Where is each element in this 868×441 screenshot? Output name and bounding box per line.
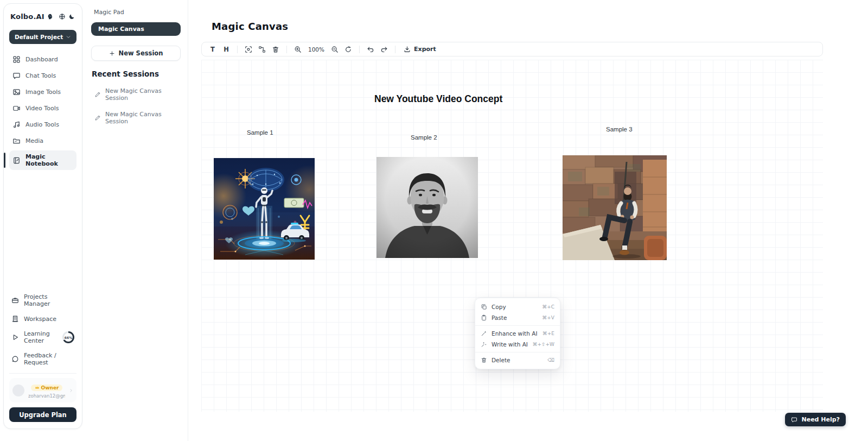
rotate-icon bbox=[344, 46, 352, 53]
plus-icon bbox=[109, 51, 115, 56]
context-menu-write-with-ai[interactable]: Write with AI⌘+⇧+W bbox=[475, 339, 560, 350]
sidebar-item-audio-tools[interactable]: Audio Tools bbox=[9, 118, 76, 131]
building-icon bbox=[11, 315, 19, 323]
chat-icon bbox=[12, 72, 21, 80]
recent-sessions-heading: Recent Sessions bbox=[91, 70, 181, 78]
wand-icon bbox=[481, 330, 487, 337]
canvas-heading[interactable]: New Youtube Video Concept bbox=[374, 93, 502, 105]
dark-mode-button[interactable] bbox=[68, 11, 75, 21]
connector-icon bbox=[258, 46, 266, 53]
menu-item-label: Paste bbox=[492, 314, 507, 321]
sidebar-item-label: Projects Manager bbox=[24, 293, 74, 307]
sidebar-item-label: Dashboard bbox=[25, 56, 58, 63]
recent-session-label: New Magic Canvas Session bbox=[105, 87, 177, 102]
learning-progress-ring: 66% bbox=[62, 331, 74, 343]
sample-3-image[interactable] bbox=[563, 155, 667, 260]
project-selector[interactable]: Default Project bbox=[9, 30, 76, 44]
paste-icon bbox=[481, 314, 487, 321]
shortcut-label: ⌘+C bbox=[542, 304, 554, 310]
toolbar-separator bbox=[359, 46, 360, 53]
context-menu-delete[interactable]: Delete⌫ bbox=[475, 355, 560, 366]
notebook-icon bbox=[12, 156, 21, 165]
sidebar-item-label: Media bbox=[25, 137, 43, 144]
briefcase-icon bbox=[11, 297, 19, 304]
zoom-level: 100% bbox=[305, 46, 327, 53]
sidebar-item-workspace[interactable]: Workspace bbox=[9, 313, 76, 324]
sidebar-item-image-tools[interactable]: Image Tools bbox=[9, 85, 76, 99]
magic-canvas-grid[interactable]: New Youtube Video Concept Sample 1 Sampl… bbox=[201, 60, 823, 412]
context-menu-copy[interactable]: Copy⌘+C bbox=[475, 301, 560, 312]
sample-2-label[interactable]: Sample 2 bbox=[411, 134, 437, 141]
heading-tool-button[interactable]: H bbox=[220, 43, 232, 55]
shortcut-label: ⌘+V bbox=[542, 315, 554, 320]
sidebar-item-magic-notebook[interactable]: Magic Notebook bbox=[9, 150, 76, 170]
video-icon bbox=[12, 104, 21, 112]
canvas-toolbar: T H 100% Export bbox=[201, 42, 823, 56]
connector-tool-button[interactable] bbox=[256, 43, 268, 55]
globe-icon bbox=[59, 13, 66, 20]
menu-divider bbox=[475, 325, 560, 326]
sessions-panel: Magic Pad Magic Canvas New Session Recen… bbox=[84, 0, 188, 441]
context-menu-paste[interactable]: Paste⌘+V bbox=[475, 312, 560, 323]
sidebar-item-chat-tools[interactable]: Chat Tools bbox=[9, 69, 76, 83]
folder-icon bbox=[12, 137, 21, 145]
need-help-button[interactable]: Need Help? bbox=[785, 413, 846, 426]
zoom-in-button[interactable] bbox=[292, 43, 304, 55]
download-icon bbox=[404, 46, 411, 53]
menu-divider bbox=[475, 352, 560, 352]
menu-item-label: Enhance with AI bbox=[492, 330, 538, 337]
sample-1-label[interactable]: Sample 1 bbox=[247, 129, 273, 136]
sidebar-item-dashboard[interactable]: Dashboard bbox=[9, 53, 76, 66]
sidebar-item-label: Magic Notebook bbox=[25, 153, 73, 167]
language-globe-button[interactable] bbox=[59, 11, 66, 21]
sample-3-label[interactable]: Sample 3 bbox=[606, 126, 633, 133]
reset-view-button[interactable] bbox=[342, 43, 354, 55]
sidebar-item-label: Video Tools bbox=[25, 105, 59, 112]
sidebar-item-projects-manager[interactable]: Projects Manager bbox=[9, 292, 76, 309]
sidebar-item-label: Image Tools bbox=[25, 89, 61, 96]
delete-button[interactable] bbox=[270, 43, 282, 55]
sidebar-item-media[interactable]: Media bbox=[9, 134, 76, 148]
export-label: Export bbox=[414, 46, 436, 53]
text-tool-button[interactable]: T bbox=[207, 43, 219, 55]
upgrade-plan-button[interactable]: Upgrade Plan bbox=[9, 407, 76, 422]
need-help-label: Need Help? bbox=[801, 416, 840, 423]
sidebar-item-feedback-request[interactable]: Feedback / Request bbox=[9, 350, 76, 368]
sidebar-item-learning-center[interactable]: Learning Center66% bbox=[9, 329, 76, 346]
shortcut-label: ⌘+E bbox=[542, 331, 554, 336]
user-card[interactable]: Owner zoharvan12@gmail.com bbox=[9, 378, 76, 402]
recent-session-item[interactable]: New Magic Canvas Session bbox=[91, 111, 181, 125]
sparkle-pen-icon bbox=[481, 341, 487, 348]
context-menu-enhance-with-ai[interactable]: Enhance with AI⌘+E bbox=[475, 328, 560, 339]
new-session-label: New Session bbox=[119, 49, 163, 57]
sidebar-item-label: Learning Center bbox=[24, 330, 57, 344]
sample-1-image[interactable] bbox=[214, 158, 315, 260]
avatar bbox=[12, 385, 24, 396]
zoom-out-icon bbox=[331, 46, 339, 53]
app-header: Kolbo.AI bbox=[9, 11, 76, 21]
chevron-right-icon bbox=[69, 388, 73, 393]
sidebar-item-label: Workspace bbox=[24, 316, 56, 323]
moon-icon bbox=[68, 13, 75, 20]
image-icon bbox=[12, 88, 21, 96]
context-menu: Copy⌘+C Paste⌘+V Enhance with AI⌘+E Writ… bbox=[475, 298, 560, 369]
magic-pad-item[interactable]: Magic Pad bbox=[91, 5, 181, 22]
sample-2-image[interactable] bbox=[376, 157, 478, 258]
recent-session-label: New Magic Canvas Session bbox=[105, 111, 177, 125]
new-session-button[interactable]: New Session bbox=[91, 46, 181, 61]
redo-icon bbox=[380, 46, 388, 53]
sidebar-item-video-tools[interactable]: Video Tools bbox=[9, 102, 76, 115]
copy-icon bbox=[481, 304, 487, 310]
insert-image-button[interactable] bbox=[242, 43, 254, 55]
export-button[interactable]: Export bbox=[400, 46, 439, 53]
recent-session-item[interactable]: New Magic Canvas Session bbox=[91, 87, 181, 102]
redo-button[interactable] bbox=[378, 43, 390, 55]
sidebar-item-label: Audio Tools bbox=[25, 121, 59, 128]
sidebar-item-label: Feedback / Request bbox=[24, 352, 74, 366]
zoom-out-button[interactable] bbox=[329, 43, 341, 55]
undo-button[interactable] bbox=[365, 43, 376, 55]
toolbar-separator bbox=[286, 46, 287, 53]
sidebar-nav: Dashboard Chat Tools Image Tools Video T… bbox=[9, 53, 76, 170]
crown-icon bbox=[35, 385, 40, 390]
magic-canvas-item[interactable]: Magic Canvas bbox=[91, 22, 181, 36]
